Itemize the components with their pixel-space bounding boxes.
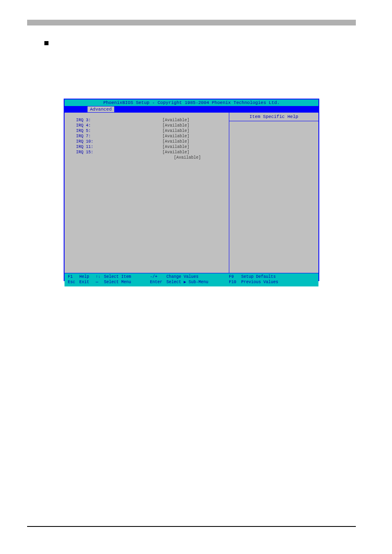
- irq-value[interactable]: [Available]: [162, 150, 189, 155]
- help-title: Item Specific Help: [229, 113, 318, 121]
- irq-label: IRQ 15:: [76, 150, 162, 155]
- footer-label-select-item: Select Item: [104, 274, 150, 279]
- irq-label: IRQ 5:: [76, 128, 162, 134]
- footer-label-setup-defaults: Setup Defaults: [241, 274, 315, 279]
- tab-advanced[interactable]: Advanced: [88, 106, 114, 112]
- bios-title: PhoenixBIOS Setup - Copyright 1985-2004 …: [65, 99, 318, 106]
- irq-label: IRQ 4:: [76, 123, 162, 128]
- irq-row[interactable]: IRQ 3: [Available]: [76, 118, 229, 123]
- footer-label-col: Change Values Select ▶ Sub-Menu: [166, 274, 229, 285]
- irq-label: IRQ 7:: [76, 134, 162, 139]
- bios-footer: F1 Esc Help Exit ↑↓ ↔ Select Item Select…: [65, 273, 318, 286]
- irq-row[interactable]: IRQ 15: [Available]: [76, 150, 229, 155]
- footer-label-col: Setup Defaults Previous Values: [241, 274, 315, 285]
- footer-key-leftright: ↔: [96, 279, 104, 285]
- footer-label-select-menu: Select Menu: [104, 279, 150, 285]
- footer-key-col: F9 F10: [229, 274, 241, 285]
- footer-label-change-values: Change Values: [166, 274, 229, 279]
- irq-row[interactable]: IRQ 10: [Available]: [76, 139, 229, 144]
- footer-label-col: Help Exit: [79, 274, 96, 285]
- irq-row[interactable]: IRQ 4: [Available]: [76, 123, 229, 128]
- irq-row[interactable]: IRQ 5: [Available]: [76, 128, 229, 134]
- footer-key-updown: ↑↓: [96, 274, 104, 279]
- footer-key-f1: F1: [68, 274, 79, 279]
- top-gray-bar: [27, 20, 356, 25]
- bios-body: IRQ 3: [Available] IRQ 4: [Available] IR…: [65, 113, 318, 273]
- footer-key-col: F1 Esc: [68, 274, 79, 285]
- footer-key-esc: Esc: [68, 279, 79, 285]
- footer-key-col: -/+ Enter: [150, 274, 166, 285]
- footer-label-col: Select Item Select Menu: [104, 274, 150, 285]
- irq-row[interactable]: IRQ 11: [Available]: [76, 144, 229, 150]
- irq-value[interactable]: [Available]: [162, 123, 189, 128]
- square-bullet-icon: [44, 41, 48, 45]
- irq-value[interactable]: [Available]: [162, 139, 189, 144]
- irq-label: IRQ 11:: [76, 144, 162, 150]
- footer-key-f10: F10: [229, 279, 241, 285]
- irq-value[interactable]: [Available]: [162, 118, 189, 123]
- irq-label: IRQ 3:: [76, 118, 162, 123]
- bottom-rule: [27, 526, 356, 527]
- extra-value: [Available]: [76, 155, 229, 160]
- footer-label-exit: Exit: [79, 279, 96, 285]
- irq-value[interactable]: [Available]: [162, 134, 189, 139]
- bios-settings-pane: IRQ 3: [Available] IRQ 4: [Available] IR…: [65, 113, 229, 273]
- irq-value[interactable]: [Available]: [162, 128, 189, 134]
- bios-window: PhoenixBIOS Setup - Copyright 1985-2004 …: [64, 99, 319, 281]
- irq-label: IRQ 10:: [76, 139, 162, 144]
- bios-help-pane: Item Specific Help: [229, 113, 318, 273]
- irq-value[interactable]: [Available]: [162, 144, 189, 150]
- bios-menubar[interactable]: Advanced: [65, 106, 318, 113]
- irq-row[interactable]: IRQ 7: [Available]: [76, 134, 229, 139]
- footer-label-help: Help: [79, 274, 96, 279]
- footer-key-f9: F9: [229, 274, 241, 279]
- footer-key-col: ↑↓ ↔: [96, 274, 104, 285]
- footer-label-select-sub: Select ▶ Sub-Menu: [166, 279, 229, 285]
- irq-list: IRQ 3: [Available] IRQ 4: [Available] IR…: [65, 118, 229, 160]
- footer-label-previous-values: Previous Values: [241, 279, 315, 285]
- footer-key-enter: Enter: [150, 279, 166, 285]
- footer-key-minusplus: -/+: [150, 274, 166, 279]
